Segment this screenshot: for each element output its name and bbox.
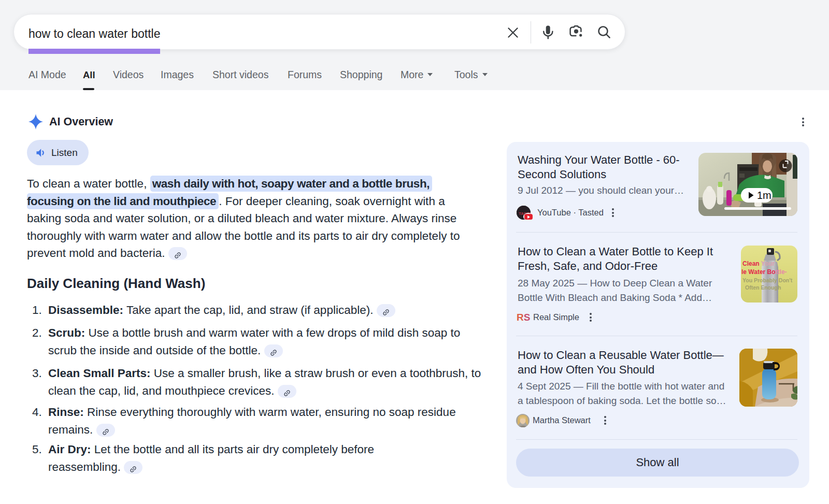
svg-text:Clean Your: Clean Your xyxy=(742,260,775,267)
svg-text:le Water Bottle-: le Water Bottle- xyxy=(741,268,787,276)
svg-text:You Probably Don't: You Probably Don't xyxy=(742,277,793,283)
svg-text:1m: 1m xyxy=(757,190,771,201)
svg-text:Often Enough: Often Enough xyxy=(745,284,781,291)
